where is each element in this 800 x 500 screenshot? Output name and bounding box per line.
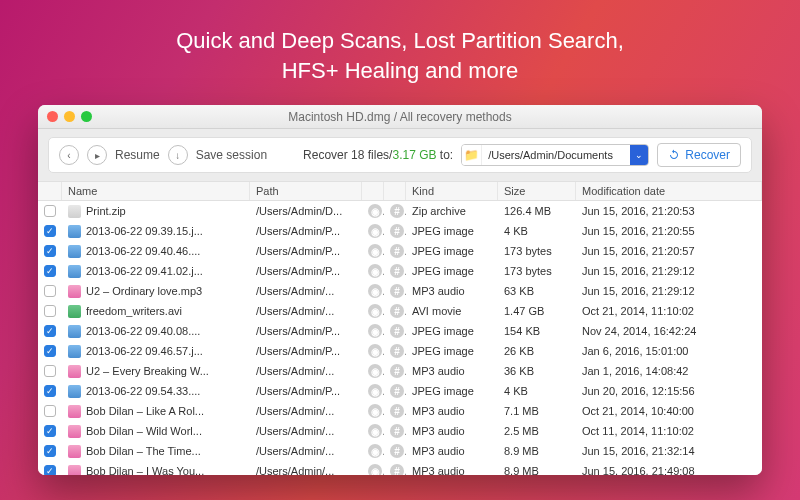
row-checkbox[interactable]: ✓	[44, 245, 56, 257]
col-size[interactable]: Size	[498, 182, 576, 200]
path-dropdown-icon[interactable]: ⌄	[630, 145, 648, 165]
hash-icon[interactable]: #	[390, 324, 404, 338]
file-kind: JPEG image	[406, 385, 498, 397]
file-type-icon	[68, 305, 81, 318]
table-row[interactable]: freedom_writers.avi/Users/Admin/...◉#AVI…	[38, 301, 762, 321]
file-size: 1.47 GB	[498, 305, 576, 317]
col-path[interactable]: Path	[250, 182, 362, 200]
recover-button[interactable]: Recover	[657, 143, 741, 167]
minimize-icon[interactable]	[64, 111, 75, 122]
col-tag[interactable]	[384, 182, 406, 200]
file-path: /Users/Admin/...	[250, 405, 362, 417]
table-row[interactable]: ✓2013-06-22 09.39.15.j.../Users/Admin/P.…	[38, 221, 762, 241]
table-row[interactable]: ✓2013-06-22 09.40.46..../Users/Admin/P..…	[38, 241, 762, 261]
hash-icon[interactable]: #	[390, 464, 404, 475]
file-size: 26 KB	[498, 345, 576, 357]
col-preview[interactable]	[362, 182, 384, 200]
file-path: /Users/Admin/D...	[250, 205, 362, 217]
close-icon[interactable]	[47, 111, 58, 122]
file-type-icon	[68, 225, 81, 238]
preview-icon[interactable]: ◉	[368, 204, 382, 218]
hash-icon[interactable]: #	[390, 224, 404, 238]
file-name: Bob Dilan – The Time...	[86, 445, 201, 457]
table-row[interactable]: ✓2013-06-22 09.40.08..../Users/Admin/P..…	[38, 321, 762, 341]
preview-icon[interactable]: ◉	[368, 424, 382, 438]
preview-icon[interactable]: ◉	[368, 404, 382, 418]
preview-icon[interactable]: ◉	[368, 344, 382, 358]
file-kind: MP3 audio	[406, 445, 498, 457]
preview-icon[interactable]: ◉	[368, 324, 382, 338]
col-name[interactable]: Name	[62, 182, 250, 200]
file-type-icon	[68, 265, 81, 278]
file-name: Bob Dilan – Wild Worl...	[86, 425, 202, 437]
table-row[interactable]: ✓Bob Dilan – I Was You.../Users/Admin/..…	[38, 461, 762, 475]
table-row[interactable]: ✓Bob Dilan – The Time.../Users/Admin/...…	[38, 441, 762, 461]
resume-button[interactable]: ▸	[87, 145, 107, 165]
file-name: Bob Dilan – I Was You...	[86, 465, 204, 475]
hash-icon[interactable]: #	[390, 244, 404, 258]
preview-icon[interactable]: ◉	[368, 304, 382, 318]
zoom-icon[interactable]	[81, 111, 92, 122]
titlebar: Macintosh HD.dmg / All recovery methods	[38, 105, 762, 129]
hash-icon[interactable]: #	[390, 204, 404, 218]
row-checkbox[interactable]	[44, 405, 56, 417]
row-checkbox[interactable]	[44, 305, 56, 317]
file-date: Jun 15, 2016, 21:29:12	[576, 265, 762, 277]
toolbar: ‹ ▸ Resume ↓ Save session Recover 18 fil…	[48, 137, 752, 173]
preview-icon[interactable]: ◉	[368, 384, 382, 398]
file-size: 2.5 MB	[498, 425, 576, 437]
table-row[interactable]: ✓2013-06-22 09.46.57.j.../Users/Admin/P.…	[38, 341, 762, 361]
back-button[interactable]: ‹	[59, 145, 79, 165]
col-date[interactable]: Modification date	[576, 182, 762, 200]
row-checkbox[interactable]: ✓	[44, 445, 56, 457]
file-path: /Users/Admin/P...	[250, 225, 362, 237]
hash-icon[interactable]: #	[390, 344, 404, 358]
row-checkbox[interactable]: ✓	[44, 265, 56, 277]
row-checkbox[interactable]: ✓	[44, 385, 56, 397]
table-row[interactable]: ✓2013-06-22 09.41.02.j.../Users/Admin/P.…	[38, 261, 762, 281]
row-checkbox[interactable]	[44, 285, 56, 297]
file-date: Jun 15, 2016, 21:20:53	[576, 205, 762, 217]
table-row[interactable]: Bob Dilan – Like A Rol.../Users/Admin/..…	[38, 401, 762, 421]
hash-icon[interactable]: #	[390, 304, 404, 318]
recover-icon	[668, 149, 680, 161]
file-type-icon	[68, 285, 81, 298]
hash-icon[interactable]: #	[390, 444, 404, 458]
hash-icon[interactable]: #	[390, 284, 404, 298]
row-checkbox[interactable]: ✓	[44, 225, 56, 237]
preview-icon[interactable]: ◉	[368, 244, 382, 258]
preview-icon[interactable]: ◉	[368, 464, 382, 475]
hash-icon[interactable]: #	[390, 264, 404, 278]
file-kind: MP3 audio	[406, 465, 498, 475]
table-row[interactable]: Print.zip/Users/Admin/D...◉#Zip archive1…	[38, 201, 762, 221]
save-session-button[interactable]: ↓	[168, 145, 188, 165]
row-checkbox[interactable]	[44, 365, 56, 377]
table-row[interactable]: ✓2013-06-22 09.54.33..../Users/Admin/P..…	[38, 381, 762, 401]
destination-path-field[interactable]: 📁 /Users/Admin/Documents ⌄	[461, 144, 649, 166]
hash-icon[interactable]: #	[390, 404, 404, 418]
table-row[interactable]: ✓Bob Dilan – Wild Worl.../Users/Admin/..…	[38, 421, 762, 441]
hash-icon[interactable]: #	[390, 384, 404, 398]
file-size: 63 KB	[498, 285, 576, 297]
hash-icon[interactable]: #	[390, 424, 404, 438]
row-checkbox[interactable]	[44, 205, 56, 217]
hash-icon[interactable]: #	[390, 364, 404, 378]
row-checkbox[interactable]: ✓	[44, 325, 56, 337]
row-checkbox[interactable]: ✓	[44, 345, 56, 357]
preview-icon[interactable]: ◉	[368, 364, 382, 378]
file-kind: JPEG image	[406, 325, 498, 337]
row-checkbox[interactable]: ✓	[44, 425, 56, 437]
file-date: Oct 21, 2014, 11:10:02	[576, 305, 762, 317]
col-checkbox[interactable]	[38, 182, 62, 200]
table-row[interactable]: U2 – Every Breaking W.../Users/Admin/...…	[38, 361, 762, 381]
col-kind[interactable]: Kind	[406, 182, 498, 200]
row-checkbox[interactable]: ✓	[44, 465, 56, 475]
file-name: 2013-06-22 09.39.15.j...	[86, 225, 203, 237]
preview-icon[interactable]: ◉	[368, 444, 382, 458]
file-path: /Users/Admin/P...	[250, 265, 362, 277]
preview-icon[interactable]: ◉	[368, 224, 382, 238]
preview-icon[interactable]: ◉	[368, 264, 382, 278]
file-kind: Zip archive	[406, 205, 498, 217]
preview-icon[interactable]: ◉	[368, 284, 382, 298]
table-row[interactable]: U2 – Ordinary love.mp3/Users/Admin/...◉#…	[38, 281, 762, 301]
